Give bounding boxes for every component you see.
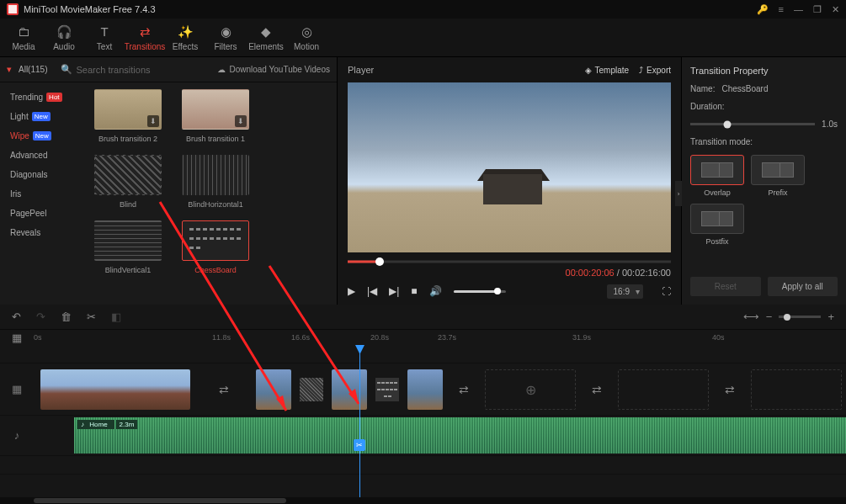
transition-blindvertical1[interactable]: BlindVertical1 bbox=[94, 220, 162, 274]
next-frame-button[interactable]: ▶| bbox=[389, 285, 399, 297]
tool-effects[interactable]: ✨Effects bbox=[165, 19, 205, 56]
template-icon: ◈ bbox=[585, 66, 592, 75]
category-reveals[interactable]: Reveals bbox=[0, 223, 88, 242]
reset-button[interactable]: Reset bbox=[690, 277, 761, 296]
effects-icon: ✨ bbox=[178, 24, 193, 40]
duration-slider[interactable] bbox=[690, 123, 815, 125]
transition-blind[interactable] bbox=[300, 378, 323, 401]
category-diagonals[interactable]: Diagonals bbox=[0, 165, 88, 184]
transition-slot-6[interactable]: ⇄ bbox=[717, 369, 742, 410]
collapse-panel-button[interactable]: › bbox=[675, 181, 682, 206]
cut-button[interactable]: ✂ bbox=[87, 310, 96, 323]
mode-overlap[interactable]: Overlap bbox=[690, 155, 744, 197]
volume-slider[interactable] bbox=[454, 290, 506, 293]
transition-grid: ⬇Brush transition 2⬇Brush transition 1Bl… bbox=[88, 82, 337, 305]
transition-brush-transition-1[interactable]: ⬇Brush transition 1 bbox=[182, 89, 249, 143]
ruler-tick: 23.7s bbox=[438, 333, 456, 342]
transition-name: ChessBoard bbox=[721, 84, 768, 93]
maximize-icon[interactable]: ❐ bbox=[813, 4, 822, 15]
clip-1[interactable] bbox=[40, 369, 190, 410]
motion-icon: ◎ bbox=[299, 24, 314, 40]
category-list: Trending HotLight NewWipe NewAdvancedDia… bbox=[0, 82, 88, 305]
ruler-tick: 0s bbox=[34, 333, 42, 342]
delete-button[interactable]: 🗑 bbox=[61, 310, 72, 323]
stop-button[interactable]: ■ bbox=[411, 285, 417, 297]
download-icon: ⬇ bbox=[235, 115, 247, 127]
preview-viewport[interactable] bbox=[348, 82, 671, 252]
text-track[interactable] bbox=[0, 345, 846, 363]
crop-button[interactable]: ◧ bbox=[111, 310, 121, 323]
search-input[interactable]: 🔍 Search transitions bbox=[61, 64, 150, 75]
ruler-tick: 31.9s bbox=[572, 333, 591, 342]
zoom-slider[interactable] bbox=[779, 316, 821, 318]
duration-value: 1.0s bbox=[822, 119, 838, 129]
menu-icon[interactable]: ≡ bbox=[779, 4, 784, 14]
ruler-tick: 40s bbox=[712, 333, 725, 342]
app-logo-icon bbox=[7, 3, 19, 15]
tool-audio[interactable]: 🎧Audio bbox=[44, 19, 84, 56]
undo-button[interactable]: ↶ bbox=[12, 310, 21, 323]
clip-4[interactable] bbox=[407, 369, 443, 410]
tool-filters[interactable]: ◉Filters bbox=[205, 19, 246, 56]
redo-button[interactable]: ↷ bbox=[36, 310, 45, 323]
category-pagepeel[interactable]: PagePeel bbox=[0, 204, 88, 223]
transition-slot-5[interactable]: ⇄ bbox=[584, 369, 609, 410]
aspect-ratio-select[interactable]: 16:9 bbox=[607, 284, 643, 299]
empty-clip-slot[interactable]: ⊕ bbox=[485, 369, 576, 410]
clip-2[interactable] bbox=[256, 369, 291, 410]
headphones-icon: 🎧 bbox=[56, 24, 72, 40]
empty-clip-slot[interactable] bbox=[618, 369, 709, 410]
close-icon[interactable]: ✕ bbox=[832, 4, 839, 15]
audio-track[interactable]: ♪ ♪ Home2.3m bbox=[0, 416, 846, 456]
zoom-out-button[interactable]: − bbox=[766, 310, 773, 323]
progress-bar[interactable] bbox=[348, 256, 671, 268]
tool-text[interactable]: TText bbox=[84, 19, 125, 56]
thumbnail-toggle-icon[interactable]: ▦ bbox=[12, 332, 22, 344]
tool-elements[interactable]: ◆Elements bbox=[246, 19, 286, 56]
fullscreen-button[interactable]: ⛶ bbox=[662, 286, 671, 296]
mode-postfix[interactable]: Postfix bbox=[690, 204, 744, 246]
titlebar: MiniTool MovieMaker Free 7.4.3 🔑 ≡ — ❐ ✕ bbox=[0, 0, 846, 19]
transition-chessboard[interactable] bbox=[375, 378, 399, 401]
audio-clip-label: ♪ Home2.3m bbox=[77, 420, 137, 429]
play-button[interactable]: ▶ bbox=[348, 285, 355, 297]
export-button[interactable]: ⤴Export bbox=[639, 66, 671, 75]
fit-button[interactable]: ⟷ bbox=[743, 310, 759, 323]
playhead[interactable] bbox=[359, 345, 360, 497]
transition-blindhorizontal1[interactable]: BlindHorizontal1 bbox=[182, 155, 249, 209]
asset-browser: ▾ All(115) 🔍 Search transitions ☁ Downlo… bbox=[0, 57, 337, 305]
timeline-scrollbar[interactable] bbox=[0, 497, 846, 504]
transition-blind[interactable]: Blind bbox=[94, 155, 162, 209]
time-ruler[interactable]: ▦ 0s11.8s16.6s20.8s23.7s31.9s40s bbox=[0, 330, 846, 345]
transition-brush-transition-2[interactable]: ⬇Brush transition 2 bbox=[94, 89, 162, 143]
filter-label[interactable]: All(115) bbox=[19, 65, 47, 74]
clip-3[interactable] bbox=[332, 369, 367, 410]
filter-dropdown-icon[interactable]: ▾ bbox=[7, 64, 12, 75]
category-iris[interactable]: Iris bbox=[0, 184, 88, 204]
download-youtube-link[interactable]: ☁ Download YouTube Videos bbox=[217, 65, 330, 74]
apply-all-button[interactable]: Apply to all bbox=[768, 277, 838, 296]
audio-clip[interactable] bbox=[74, 417, 846, 454]
search-icon: 🔍 bbox=[61, 64, 72, 75]
category-advanced[interactable]: Advanced bbox=[0, 146, 88, 165]
category-wipe[interactable]: Wipe New bbox=[0, 126, 88, 146]
volume-icon[interactable]: 🔊 bbox=[429, 285, 442, 297]
transition-slot-1[interactable]: ⇄ bbox=[199, 369, 249, 410]
tool-media[interactable]: 🗀Media bbox=[3, 19, 44, 56]
empty-clip-slot[interactable] bbox=[751, 369, 842, 410]
prev-frame-button[interactable]: |◀ bbox=[367, 285, 377, 297]
zoom-in-button[interactable]: + bbox=[827, 310, 834, 323]
video-track[interactable]: ▦ ⇄ ⇄ ⊕ ⇄ ⇄ ⇄ bbox=[0, 363, 846, 416]
transitions-icon: ⇄ bbox=[137, 24, 152, 40]
category-light[interactable]: Light New bbox=[0, 107, 88, 126]
template-button[interactable]: ◈Template bbox=[585, 66, 630, 75]
property-panel: › Transition Property Name:ChessBoard Du… bbox=[681, 57, 846, 305]
transition-chessboard[interactable]: ChessBoard bbox=[182, 220, 249, 274]
transition-slot-4[interactable]: ⇄ bbox=[451, 369, 476, 410]
license-key-icon[interactable]: 🔑 bbox=[757, 4, 769, 15]
minimize-icon[interactable]: — bbox=[794, 4, 803, 14]
tool-transitions[interactable]: ⇄Transitions bbox=[125, 19, 165, 56]
tool-motion[interactable]: ◎Motion bbox=[286, 19, 327, 56]
mode-prefix[interactable]: Prefix bbox=[751, 155, 805, 197]
category-trending[interactable]: Trending Hot bbox=[0, 88, 88, 107]
